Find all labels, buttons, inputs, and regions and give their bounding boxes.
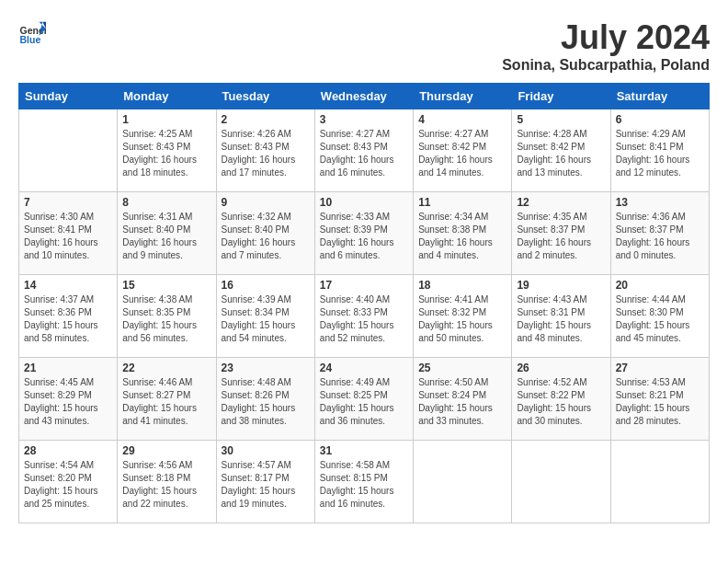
- calendar-cell: 5Sunrise: 4:28 AM Sunset: 8:42 PM Daylig…: [512, 109, 610, 192]
- day-number: 7: [24, 196, 112, 209]
- header-cell-wednesday: Wednesday: [314, 84, 413, 109]
- day-number: 28: [24, 444, 112, 457]
- month-year: July 2024: [502, 18, 710, 57]
- svg-text:Blue: Blue: [20, 34, 41, 45]
- day-number: 21: [24, 362, 112, 374]
- logo-icon: General Blue: [18, 18, 46, 46]
- calendar-cell: 20Sunrise: 4:44 AM Sunset: 8:30 PM Dayli…: [610, 275, 709, 358]
- day-number: 30: [222, 444, 310, 457]
- calendar-cell: [512, 441, 610, 523]
- header-cell-tuesday: Tuesday: [216, 84, 314, 109]
- calendar-cell: 16Sunrise: 4:39 AM Sunset: 8:34 PM Dayli…: [216, 275, 314, 358]
- calendar-cell: 19Sunrise: 4:43 AM Sunset: 8:31 PM Dayli…: [512, 275, 610, 358]
- calendar-cell: 21Sunrise: 4:45 AM Sunset: 8:29 PM Dayli…: [19, 358, 118, 441]
- calendar-cell: 28Sunrise: 4:54 AM Sunset: 8:20 PM Dayli…: [19, 441, 118, 523]
- day-info: Sunrise: 4:43 AM Sunset: 8:31 PM Dayligh…: [517, 293, 605, 345]
- calendar-cell: 14Sunrise: 4:37 AM Sunset: 8:36 PM Dayli…: [19, 275, 118, 358]
- week-row-2: 7Sunrise: 4:30 AM Sunset: 8:41 PM Daylig…: [19, 192, 710, 275]
- day-info: Sunrise: 4:37 AM Sunset: 8:36 PM Dayligh…: [24, 293, 112, 345]
- day-info: Sunrise: 4:48 AM Sunset: 8:26 PM Dayligh…: [222, 376, 310, 428]
- day-number: 15: [122, 279, 210, 292]
- calendar-cell: 4Sunrise: 4:27 AM Sunset: 8:42 PM Daylig…: [414, 109, 512, 192]
- header-cell-thursday: Thursday: [414, 84, 512, 109]
- day-number: 9: [222, 196, 310, 209]
- day-number: 29: [122, 444, 210, 457]
- calendar-cell: 8Sunrise: 4:31 AM Sunset: 8:40 PM Daylig…: [118, 192, 216, 275]
- calendar-cell: 25Sunrise: 4:50 AM Sunset: 8:24 PM Dayli…: [414, 358, 512, 441]
- day-info: Sunrise: 4:49 AM Sunset: 8:25 PM Dayligh…: [320, 376, 408, 428]
- day-info: Sunrise: 4:56 AM Sunset: 8:18 PM Dayligh…: [122, 459, 210, 511]
- day-number: 5: [517, 113, 605, 126]
- calendar-cell: 23Sunrise: 4:48 AM Sunset: 8:26 PM Dayli…: [216, 358, 314, 441]
- day-number: 31: [320, 444, 408, 457]
- day-info: Sunrise: 4:46 AM Sunset: 8:27 PM Dayligh…: [122, 376, 210, 428]
- day-number: 27: [616, 362, 704, 374]
- day-info: Sunrise: 4:44 AM Sunset: 8:30 PM Dayligh…: [616, 293, 704, 345]
- day-number: 3: [320, 113, 408, 126]
- day-info: Sunrise: 4:26 AM Sunset: 8:43 PM Dayligh…: [222, 128, 310, 179]
- day-info: Sunrise: 4:27 AM Sunset: 8:43 PM Dayligh…: [320, 128, 408, 179]
- calendar-cell: 27Sunrise: 4:53 AM Sunset: 8:21 PM Dayli…: [610, 358, 709, 441]
- day-number: 8: [122, 196, 210, 209]
- day-info: Sunrise: 4:36 AM Sunset: 8:37 PM Dayligh…: [616, 211, 704, 262]
- day-info: Sunrise: 4:32 AM Sunset: 8:40 PM Dayligh…: [222, 211, 310, 262]
- calendar-cell: 13Sunrise: 4:36 AM Sunset: 8:37 PM Dayli…: [610, 192, 709, 275]
- calendar-cell: 30Sunrise: 4:57 AM Sunset: 8:17 PM Dayli…: [216, 441, 314, 523]
- calendar-cell: 17Sunrise: 4:40 AM Sunset: 8:33 PM Dayli…: [314, 275, 413, 358]
- day-number: 23: [222, 362, 310, 374]
- calendar-cell: 3Sunrise: 4:27 AM Sunset: 8:43 PM Daylig…: [314, 109, 413, 192]
- day-info: Sunrise: 4:45 AM Sunset: 8:29 PM Dayligh…: [24, 376, 112, 428]
- day-number: 10: [320, 196, 408, 209]
- calendar-cell: 2Sunrise: 4:26 AM Sunset: 8:43 PM Daylig…: [216, 109, 314, 192]
- week-row-3: 14Sunrise: 4:37 AM Sunset: 8:36 PM Dayli…: [19, 275, 710, 358]
- day-info: Sunrise: 4:35 AM Sunset: 8:37 PM Dayligh…: [517, 211, 605, 262]
- location: Sonina, Subcarpathia, Poland: [502, 57, 710, 74]
- calendar-cell: 11Sunrise: 4:34 AM Sunset: 8:38 PM Dayli…: [414, 192, 512, 275]
- day-number: 18: [418, 279, 506, 292]
- day-number: 1: [122, 113, 210, 126]
- day-number: 13: [616, 196, 704, 209]
- title-block: July 2024 Sonina, Subcarpathia, Poland: [502, 18, 710, 74]
- day-info: Sunrise: 4:29 AM Sunset: 8:41 PM Dayligh…: [616, 128, 704, 179]
- calendar-cell: 24Sunrise: 4:49 AM Sunset: 8:25 PM Dayli…: [314, 358, 413, 441]
- day-number: 19: [517, 279, 605, 292]
- day-number: 16: [222, 279, 310, 292]
- calendar-cell: 31Sunrise: 4:58 AM Sunset: 8:15 PM Dayli…: [314, 441, 413, 523]
- calendar-table: SundayMondayTuesdayWednesdayThursdayFrid…: [18, 83, 710, 523]
- week-row-1: 1Sunrise: 4:25 AM Sunset: 8:43 PM Daylig…: [19, 109, 710, 192]
- day-info: Sunrise: 4:27 AM Sunset: 8:42 PM Dayligh…: [418, 128, 506, 179]
- calendar-cell: 12Sunrise: 4:35 AM Sunset: 8:37 PM Dayli…: [512, 192, 610, 275]
- day-number: 26: [517, 362, 605, 374]
- header: General Blue July 2024 Sonina, Subcarpat…: [18, 18, 710, 74]
- week-row-5: 28Sunrise: 4:54 AM Sunset: 8:20 PM Dayli…: [19, 441, 710, 523]
- day-number: 11: [418, 196, 506, 209]
- day-info: Sunrise: 4:53 AM Sunset: 8:21 PM Dayligh…: [616, 376, 704, 428]
- calendar-cell: 18Sunrise: 4:41 AM Sunset: 8:32 PM Dayli…: [414, 275, 512, 358]
- day-info: Sunrise: 4:40 AM Sunset: 8:33 PM Dayligh…: [320, 293, 408, 345]
- header-cell-sunday: Sunday: [19, 84, 118, 109]
- day-info: Sunrise: 4:54 AM Sunset: 8:20 PM Dayligh…: [24, 459, 112, 511]
- day-info: Sunrise: 4:38 AM Sunset: 8:35 PM Dayligh…: [122, 293, 210, 345]
- calendar-cell: 1Sunrise: 4:25 AM Sunset: 8:43 PM Daylig…: [118, 109, 216, 192]
- day-number: 2: [222, 113, 310, 126]
- calendar-cell: 6Sunrise: 4:29 AM Sunset: 8:41 PM Daylig…: [610, 109, 709, 192]
- day-info: Sunrise: 4:33 AM Sunset: 8:39 PM Dayligh…: [320, 211, 408, 262]
- calendar-cell: [19, 109, 118, 192]
- day-info: Sunrise: 4:52 AM Sunset: 8:22 PM Dayligh…: [517, 376, 605, 428]
- day-info: Sunrise: 4:30 AM Sunset: 8:41 PM Dayligh…: [24, 211, 112, 262]
- header-cell-friday: Friday: [512, 84, 610, 109]
- calendar-cell: 15Sunrise: 4:38 AM Sunset: 8:35 PM Dayli…: [118, 275, 216, 358]
- day-number: 4: [418, 113, 506, 126]
- day-info: Sunrise: 4:57 AM Sunset: 8:17 PM Dayligh…: [222, 459, 310, 511]
- day-number: 20: [616, 279, 704, 292]
- calendar-cell: 7Sunrise: 4:30 AM Sunset: 8:41 PM Daylig…: [19, 192, 118, 275]
- calendar-cell: 9Sunrise: 4:32 AM Sunset: 8:40 PM Daylig…: [216, 192, 314, 275]
- day-info: Sunrise: 4:58 AM Sunset: 8:15 PM Dayligh…: [320, 459, 408, 511]
- day-info: Sunrise: 4:39 AM Sunset: 8:34 PM Dayligh…: [222, 293, 310, 345]
- day-number: 12: [517, 196, 605, 209]
- day-info: Sunrise: 4:41 AM Sunset: 8:32 PM Dayligh…: [418, 293, 506, 345]
- day-info: Sunrise: 4:28 AM Sunset: 8:42 PM Dayligh…: [517, 128, 605, 179]
- logo: General Blue: [18, 18, 48, 46]
- day-number: 17: [320, 279, 408, 292]
- day-number: 24: [320, 362, 408, 374]
